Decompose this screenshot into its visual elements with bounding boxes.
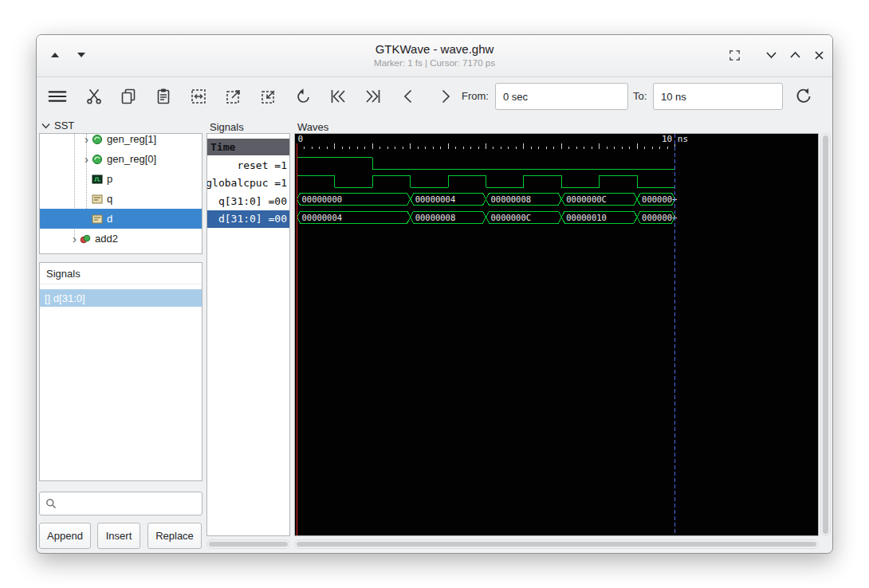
to-label: To:	[633, 90, 647, 102]
zoom-fit-icon	[189, 87, 208, 106]
from-label: From:	[462, 90, 489, 102]
tree-item-label: gen_reg[1]	[107, 133, 156, 145]
bus-value-label: 00000000	[302, 194, 343, 204]
tree-item-p[interactable]: p	[40, 169, 202, 189]
reload-button[interactable]	[792, 85, 815, 108]
chevron-left-icon	[399, 87, 419, 106]
signal-name-row[interactable]: d[31:0] =00	[207, 210, 289, 229]
tree-item-label: gen_reg[0]	[107, 153, 156, 165]
process-icon	[92, 134, 103, 145]
bus-value-label: 00000008	[491, 194, 532, 204]
tree-item-gen_reg[1][interactable]: ›gen_reg[1]	[40, 133, 202, 149]
menu-button[interactable]	[46, 85, 69, 108]
append-button[interactable]: Append	[39, 523, 91, 549]
search-icon	[45, 497, 57, 510]
zoom-in-button[interactable]	[222, 85, 245, 108]
zoom-out-button[interactable]	[258, 85, 280, 108]
to-field[interactable]	[653, 83, 783, 110]
tree-item-gen_reg[0][interactable]: ›gen_reg[0]	[40, 149, 202, 169]
tree-item-d[interactable]: d	[40, 209, 202, 229]
restore-icon	[728, 49, 741, 62]
copy-icon	[119, 87, 138, 106]
close-icon	[814, 50, 824, 61]
signals-frame-label: Signals	[210, 121, 244, 133]
triangle-up-icon	[50, 51, 60, 59]
signal-icon	[92, 174, 103, 185]
zoom-in-icon	[224, 87, 243, 106]
gtkwave-window: GTKWave - wave.ghw Marker: 1 fs | Cursor…	[36, 34, 833, 554]
expander-down-icon	[41, 123, 50, 129]
signal-name-row[interactable]: globalcpuc =1	[207, 174, 289, 193]
zoom-fit-button[interactable]	[187, 85, 210, 108]
waves-panel: 010 ns0000000000000004000000080000000C00…	[294, 133, 819, 536]
bus-icon	[92, 194, 103, 205]
undo-button[interactable]	[293, 85, 315, 108]
waves-hscrollbar-thumb[interactable]	[297, 542, 816, 547]
timeline-start-label: 0	[298, 134, 304, 144]
wave-canvas[interactable]: 010 ns0000000000000004000000080000000C00…	[295, 134, 818, 535]
hamburger-icon	[46, 87, 69, 106]
bus-value-label: 00000004	[302, 213, 343, 222]
cut-button[interactable]	[83, 85, 105, 108]
search-input[interactable]	[39, 492, 203, 515]
step-forward-button[interactable]	[434, 85, 456, 108]
bus-value-label: 000000+	[642, 194, 677, 204]
scissors-icon	[85, 87, 104, 106]
go-start-button[interactable]	[327, 85, 349, 108]
tree-item-add2[interactable]: ›add2	[40, 229, 202, 249]
signals-list-panel: Signals [] d[31:0]	[39, 262, 203, 481]
insert-button[interactable]: Insert	[97, 523, 140, 549]
chevron-down-icon	[765, 51, 777, 59]
time-header: Time	[207, 139, 289, 155]
signals-list: [] d[31:0]	[40, 289, 202, 307]
titlebar-down-button[interactable]	[71, 45, 92, 65]
paste-button[interactable]	[152, 85, 175, 108]
step-back-button[interactable]	[398, 85, 420, 108]
bus-icon	[92, 214, 103, 225]
sst-header[interactable]: SST	[41, 120, 74, 131]
triangle-down-icon	[77, 51, 86, 59]
signal-name-row[interactable]: reset =1	[207, 156, 289, 174]
bus-value-label: 0000000C	[566, 194, 607, 204]
toolbar: From: To:	[37, 76, 832, 117]
replace-button[interactable]: Replace	[147, 523, 202, 549]
waves-vscrollbar-thumb[interactable]	[823, 135, 828, 534]
signal-name-row[interactable]: q[31:0] =00	[207, 192, 289, 210]
signal-names-panel: Time reset =1globalcpuc =1q[31:0] =00d[3…	[206, 133, 290, 536]
expander-right-icon: ›	[69, 233, 80, 244]
undo-icon	[294, 87, 313, 106]
tree-item-label: add2	[95, 233, 118, 245]
bus-value-label: 00000008	[415, 213, 456, 222]
minimize-button[interactable]	[761, 45, 781, 65]
reload-icon	[793, 86, 814, 107]
chevron-up-icon	[789, 51, 801, 59]
module-icon	[80, 233, 91, 245]
signals-list-item[interactable]: [] d[31:0]	[40, 289, 202, 307]
tree-item-partial[interactable]	[40, 249, 202, 254]
names-hscrollbar-thumb[interactable]	[209, 542, 288, 547]
waves-vscrollbar[interactable]	[820, 133, 831, 536]
maximize-button[interactable]	[784, 45, 805, 65]
bus-value-label: 00000004	[415, 194, 456, 204]
search-box	[39, 492, 203, 515]
names-hscrollbar[interactable]	[206, 539, 290, 549]
from-field[interactable]	[495, 83, 628, 110]
tree-item-q[interactable]: q	[40, 189, 202, 209]
chevron-right-icon	[435, 87, 454, 106]
marker-cursor-status: Marker: 1 fs | Cursor: 7170 ps	[132, 58, 737, 68]
waves-frame-label: Waves	[297, 121, 328, 133]
titlebar: GTKWave - wave.ghw Marker: 1 fs | Cursor…	[37, 35, 832, 77]
bus-value-label: 000000+	[642, 213, 677, 222]
go-end-button[interactable]	[362, 85, 384, 108]
copy-button[interactable]	[117, 85, 140, 108]
tree-item-label: p	[107, 173, 112, 185]
process-icon	[92, 154, 103, 165]
bus-value-label: 0000000C	[491, 213, 532, 222]
paste-icon	[154, 87, 173, 106]
skip-to-start-icon	[328, 87, 348, 106]
skip-to-end-icon	[364, 87, 383, 106]
waves-hscrollbar[interactable]	[294, 539, 819, 549]
restore-button[interactable]	[724, 45, 745, 65]
close-button[interactable]	[808, 45, 829, 65]
titlebar-up-button[interactable]	[45, 45, 65, 65]
